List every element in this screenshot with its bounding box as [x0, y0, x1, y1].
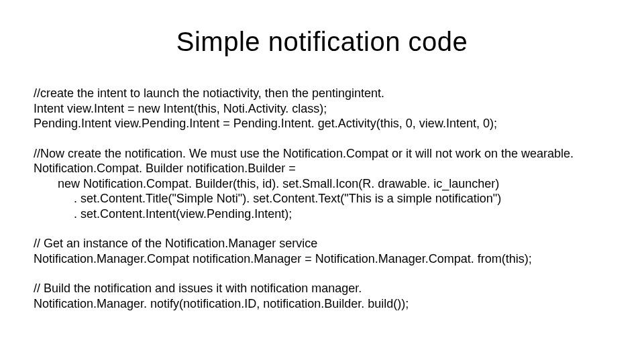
code-line: . set.Content.Intent(view.Pending.Intent…	[34, 206, 610, 222]
code-line: new Notification.Compat. Builder(this, i…	[34, 176, 610, 192]
blank-line	[34, 221, 610, 236]
code-line: Pending.Intent view.Pending.Intent = Pen…	[34, 116, 610, 131]
blank-line	[34, 131, 610, 146]
code-line: Intent view.Intent = new Intent(this, No…	[34, 101, 610, 117]
code-line: //create the intent to launch the notiac…	[34, 86, 610, 101]
slide-body: //create the intent to launch the notiac…	[34, 86, 610, 311]
code-line: Notification.Manager.Compat notification…	[34, 251, 610, 267]
code-line: //Now create the notification. We must u…	[34, 146, 610, 162]
code-line: . set.Content.Title("Simple Noti"). set.…	[34, 191, 610, 206]
code-line: Notification.Compat. Builder notificatio…	[34, 161, 610, 176]
code-line: // Build the notification and issues it …	[34, 281, 610, 296]
blank-line	[34, 266, 610, 281]
slide-title: Simple notification code	[0, 27, 644, 57]
code-line: // Get an instance of the Notification.M…	[34, 236, 610, 251]
code-line: Notification.Manager. notify(notificatio…	[34, 296, 610, 312]
slide: Simple notification code //create the in…	[0, 0, 644, 362]
